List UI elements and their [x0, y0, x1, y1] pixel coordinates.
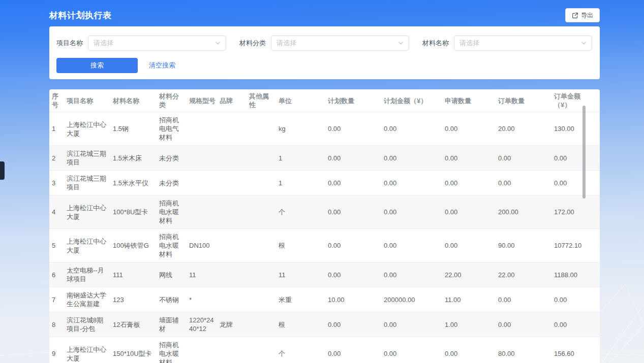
cell-plan_amount: 0.00: [384, 171, 445, 195]
cell-index: 2: [49, 146, 67, 171]
cell-plan_amount: 0.00: [384, 312, 445, 337]
cell-project: 上海松江中心大厦: [67, 195, 113, 229]
cell-other: [249, 312, 279, 337]
cell-order_amount: 130.00: [554, 112, 600, 146]
cell-index: 4: [49, 195, 67, 229]
table-row[interactable]: 2滨江花城三期项目1.5米木床未分类10.000.000.000.000.00: [49, 146, 600, 171]
table-row[interactable]: 3滨江花城三期项目1.5米水平仪未分类10.000.000.000.000.00: [49, 171, 600, 195]
clear-search-link[interactable]: 清空搜索: [149, 61, 175, 70]
table-panel: 序号项目名称材料名称材料分类规格型号品牌其他属性单位计划数量计划金额（¥）申请数…: [49, 89, 600, 363]
column-header-order_qty: 订单数量: [498, 89, 554, 112]
cell-project: 上海松江中心大厦: [67, 112, 113, 146]
cell-brand: [220, 171, 249, 195]
cell-plan_amount: 0.00: [384, 146, 445, 171]
table-row[interactable]: 6太空电梯--月球项目111网线11110.000.0022.0022.0011…: [49, 262, 600, 287]
cell-plan_qty: 0.00: [328, 146, 384, 171]
cell-brand: [220, 287, 249, 312]
chevron-down-icon: [398, 39, 404, 48]
material-name-select[interactable]: 请选择: [454, 36, 592, 51]
export-icon: [572, 12, 578, 19]
cell-material: 1.5米木床: [113, 146, 159, 171]
cell-plan_qty: 0.00: [328, 229, 384, 262]
cell-apply_qty: 0.00: [445, 171, 498, 195]
table-row[interactable]: 8滨江花城8期项目-分包12石膏板墙面辅材1220*2440*12龙牌根0.00…: [49, 312, 600, 337]
cell-spec: *: [189, 287, 220, 312]
cell-unit: 1: [279, 146, 328, 171]
column-header-spec: 规格型号: [189, 89, 220, 112]
cell-order_qty: 80.00: [498, 337, 554, 363]
column-header-unit: 单位: [279, 89, 328, 112]
table-header-row: 序号项目名称材料名称材料分类规格型号品牌其他属性单位计划数量计划金额（¥）申请数…: [49, 89, 600, 112]
project-name-select[interactable]: 请选择: [88, 36, 226, 51]
cell-plan_amount: 200000.00: [384, 287, 445, 312]
cell-material: 1.5米水平仪: [113, 171, 159, 195]
cell-index: 1: [49, 112, 67, 146]
cell-order_qty: 20.00: [498, 112, 554, 146]
cell-apply_qty: 0.00: [445, 195, 498, 229]
export-button[interactable]: 导出: [565, 8, 600, 22]
cell-brand: 龙牌: [220, 312, 249, 337]
table-row[interactable]: 9上海松江中心大厦150*10U型卡招商机电水暖材料个0.000.000.008…: [49, 337, 600, 363]
material-category-select[interactable]: 请选择: [271, 36, 409, 51]
cell-brand: [220, 112, 249, 146]
cell-unit: 个: [279, 337, 328, 363]
table-row[interactable]: 7南钢盛达大学生公寓新建123不锈钢*米重10.00200000.0011.00…: [49, 287, 600, 312]
cell-order_qty: 0.00: [498, 171, 554, 195]
page-title: 材料计划执行表: [49, 10, 112, 21]
cell-plan_amount: 0.00: [384, 262, 445, 287]
cell-order_amount: 0.00: [554, 146, 600, 171]
cell-order_qty: 0.00: [498, 146, 554, 171]
cell-material: 1.5钢: [113, 112, 159, 146]
cell-brand: [220, 146, 249, 171]
cell-plan_qty: 0.00: [328, 337, 384, 363]
side-drawer-handle[interactable]: [0, 161, 5, 180]
cell-index: 8: [49, 312, 67, 337]
cell-order_qty: 0.00: [498, 312, 554, 337]
project-name-placeholder: 请选择: [94, 39, 113, 48]
cell-category: 未分类: [159, 146, 189, 171]
table-row[interactable]: 1上海松江中心大厦1.5钢招商机电电气材料kg0.000.000.0020.00…: [49, 112, 600, 146]
cell-brand: [220, 337, 249, 363]
cell-index: 6: [49, 262, 67, 287]
export-button-label: 导出: [581, 11, 593, 20]
cell-project: 太空电梯--月球项目: [67, 262, 113, 287]
cell-apply_qty: 0.00: [445, 146, 498, 171]
cell-project: 上海松江中心大厦: [67, 337, 113, 363]
table-row[interactable]: 5上海松江中心大厦100铸铁管G招商机电水暖材料DN100根0.000.000.…: [49, 229, 600, 262]
cell-apply_qty: 22.00: [445, 262, 498, 287]
cell-category: 招商机电水暖材料: [159, 195, 189, 229]
cell-plan_amount: 0.00: [384, 195, 445, 229]
cell-index: 9: [49, 337, 67, 363]
filter-group-project: 项目名称 请选择: [56, 36, 226, 51]
column-header-plan_amount: 计划金额（¥）: [384, 89, 445, 112]
cell-other: [249, 171, 279, 195]
filter-row: 项目名称 请选择 材料分类 请选择 材料名称: [56, 31, 593, 51]
cell-plan_qty: 10.00: [328, 287, 384, 312]
main-content: 材料计划执行表 导出 项目名称 请选择: [49, 0, 600, 363]
column-header-apply_qty: 申请数量: [445, 89, 498, 112]
project-name-label: 项目名称: [56, 39, 83, 48]
cell-material: 150*10U型卡: [113, 337, 159, 363]
cell-order_amount: 10772.10: [554, 229, 600, 262]
material-category-label: 材料分类: [239, 39, 266, 48]
cell-apply_qty: 0.00: [445, 112, 498, 146]
cell-unit: 根: [279, 312, 328, 337]
column-header-other: 其他属性: [249, 89, 279, 112]
search-button[interactable]: 搜索: [56, 58, 138, 73]
cell-plan_qty: 0.00: [328, 171, 384, 195]
column-header-brand: 品牌: [220, 89, 249, 112]
cell-order_qty: 200.00: [498, 195, 554, 229]
table-row[interactable]: 4上海松江中心大厦100*8U型卡招商机电水暖材料个0.000.000.0020…: [49, 195, 600, 229]
cell-plan_qty: 0.00: [328, 195, 384, 229]
cell-spec: [189, 146, 220, 171]
cell-material: 12石膏板: [113, 312, 159, 337]
cell-category: 墙面辅材: [159, 312, 189, 337]
cell-spec: 1220*2440*12: [189, 312, 220, 337]
cell-unit: 个: [279, 195, 328, 229]
cell-order_amount: 156.60: [554, 337, 600, 363]
cell-material: 123: [113, 287, 159, 312]
cell-apply_qty: 0.00: [445, 229, 498, 262]
cell-spec: [189, 195, 220, 229]
vertical-scrollbar-thumb[interactable]: [582, 106, 586, 199]
material-name-label: 材料名称: [422, 39, 449, 48]
